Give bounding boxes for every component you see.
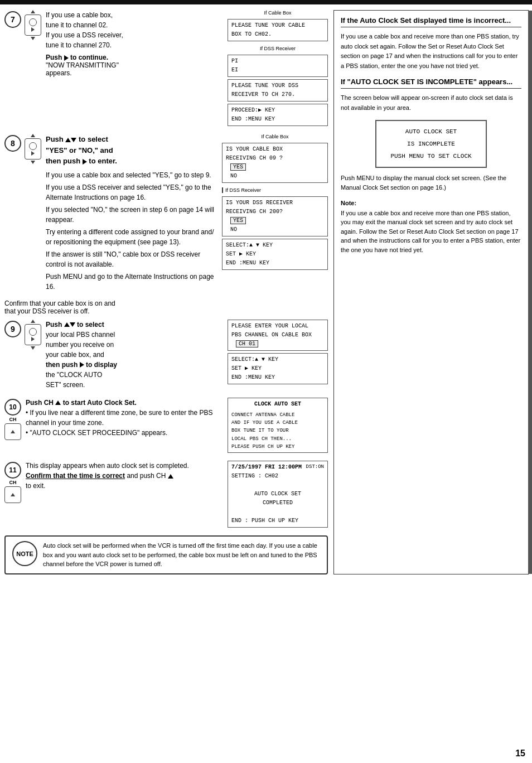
step10-b1: If you live near a different time zone, … <box>26 409 213 427</box>
step-10-row: 10 CH Push CH to start Auto Clock Set. •… <box>4 398 328 453</box>
step9-end: END :MENU KEY <box>231 374 275 380</box>
step9-your-cable: your cable box, and <box>46 351 104 359</box>
step8-end: END :MENU KEY <box>226 260 269 266</box>
step7-dss-ei: EI <box>231 67 238 73</box>
step-9-remote <box>25 320 41 350</box>
remote-body-10 <box>4 423 21 440</box>
right-note: Note: If you use a cable box and receive… <box>341 200 521 255</box>
step8-dss-screen: IS YOUR DSS RECEIVER RECEIVING CH 200? Y… <box>222 196 328 236</box>
step-8-screens: If Cable Box IS YOUR CABLE BOX RECEIVING… <box>222 134 328 292</box>
step10-l1: CONNECT ANTENNA CABLE <box>231 412 294 418</box>
step7-dss-l2: RECEIVER TO CH 270. <box>231 91 295 98</box>
arrow-down-icon-8 <box>31 161 35 164</box>
step10-bullet1: • If you live near a different time zone… <box>26 409 213 427</box>
step8-dss-body: IS YOUR DSS RECEIVER RECEIVING CH 200? Y… <box>223 197 327 236</box>
step7-line1: If you use a cable box, <box>46 11 113 19</box>
arrow-up-icon-8 <box>31 134 35 137</box>
step11-auto-clock: AUTO CLOCK SET COMPLETED <box>231 490 324 508</box>
step-8-content: Push to select "YES" or "NO," and then p… <box>46 134 217 292</box>
step9-then-push: then push to display <box>46 361 117 369</box>
right-note-label: Note: <box>341 200 521 206</box>
step11-screen: 7/25/1997 FRI 12:00PM DST:ON SETTING : C… <box>228 461 328 528</box>
step8-main-text: Push to select "YES" or "NO," and then p… <box>46 134 217 167</box>
step10-icon: 10 CH <box>4 398 21 440</box>
step7-line2: tune it to channel 02. <box>46 21 108 29</box>
step-7-content: If you use a cable box, tune it to chann… <box>46 10 223 126</box>
step9-keys-screen: SELECT:▲ ▼ KEY SET ▶ KEY END :MENU KEY <box>228 353 328 384</box>
remote-body-9 <box>25 324 41 345</box>
confirm-text-9: Confirm that your cable box is on and th… <box>4 300 328 315</box>
step11-dst: DST:ON <box>306 463 324 471</box>
step10-ch: CH <box>9 417 17 422</box>
step8-keys-screen: SELECT:▲ ▼ KEY SET ▶ KEY END :MENU KEY <box>222 239 328 270</box>
ch-up-icon-11 <box>168 474 173 479</box>
step7-dss-screen1: PI EI <box>228 55 328 77</box>
step8-dss-no: NO <box>230 226 237 233</box>
step-11-content: This display appears when auto clock set… <box>26 461 223 528</box>
step9-keys-body: SELECT:▲ ▼ KEY SET ▶ KEY END :MENU KEY <box>228 354 327 384</box>
step-7-text: If you use a cable box, tune it to chann… <box>46 10 223 50</box>
right-icon-9 <box>80 362 84 368</box>
step11-to-exit: to exit. <box>26 482 45 490</box>
step-10-left: 10 CH <box>4 398 21 453</box>
incomplete-l3: PUSH MENU TO SET CLOCK <box>381 150 481 162</box>
remote-circle-8 <box>29 142 37 150</box>
step-9-circle: 9 <box>4 321 21 337</box>
step10-l3: BOX TUNE IT TO YOUR <box>231 428 289 433</box>
right-section1-body: If you use a cable box and receive more … <box>341 32 521 71</box>
step8-details: If you use a cable box and selected "YES… <box>46 170 217 292</box>
down-icon-9 <box>70 322 75 327</box>
step9-ch-display: CH 01 <box>236 340 258 347</box>
step11-push-ch: and push CH <box>127 472 173 480</box>
step-9-screens: PLEASE ENTER YOUR LOCAL PBS CHANNEL ON C… <box>228 320 328 390</box>
step9-l2: PBS CHANNEL ON CABLE BOX <box>231 332 312 338</box>
step7-cable-l1: PLEASE TUNE YOUR CABLE <box>231 22 305 28</box>
step8-dss-yes: If you use a DSS receiver and selected "… <box>46 182 217 202</box>
step-9-content: Push to select your local PBS channel nu… <box>46 320 223 390</box>
main-content: 7 If you use a cable box, tune it to cha… <box>0 4 532 580</box>
arrow-up-icon <box>31 10 35 13</box>
step8-keys-body: SELECT:▲ ▼ KEY SET ▶ KEY END :MENU KEY <box>223 239 327 269</box>
step7-cable-body: PLEASE TUNE YOUR CABLE BOX TO CH02. <box>228 20 327 41</box>
step-9-row: 9 Push to select your local PBS channel … <box>4 320 328 390</box>
note-text: Auto clock set will be performed when th… <box>43 541 320 569</box>
step-11-screens: 7/25/1997 FRI 12:00PM DST:ON SETTING : C… <box>228 461 328 528</box>
step9-clock-auto: the "CLOCK AUTO <box>46 371 102 379</box>
step7-push-label: Push to continue. <box>46 54 108 61</box>
step7-line4: tune it to channel 270. <box>46 41 112 49</box>
step8-dss-l2: RECEIVING CH 200? <box>226 209 283 215</box>
remote-arrow-right-8 <box>31 151 35 156</box>
step11-ch: CH <box>9 480 17 485</box>
arrow-down-icon-9 <box>31 346 35 350</box>
step-8-left: 8 <box>4 134 41 292</box>
remote-body-11 <box>4 486 21 503</box>
remote-arrow-right-9 <box>31 337 35 341</box>
step8-cable-screen: IS YOUR CABLE BOX RECEIVING CH 09 ? YES … <box>222 143 328 183</box>
step-11-circle: 11 <box>4 462 21 479</box>
step8-cable-label: If Cable Box <box>222 134 328 139</box>
step8-cable-body: IS YOUR CABLE BOX RECEIVING CH 09 ? YES … <box>223 143 327 182</box>
step-9-left: 9 <box>4 320 41 390</box>
step9-screen: PLEASE ENTER YOUR LOCAL PBS CHANNEL ON C… <box>228 320 328 351</box>
step8-cable-l2: RECEIVING CH 09 ? <box>226 155 283 161</box>
step8-set: SET ▶ KEY <box>226 251 256 257</box>
step-11-text: This display appears when auto clock set… <box>26 461 223 491</box>
step7-dss-l1: PLEASE TUNE YOUR DSS <box>231 83 298 89</box>
incomplete-l2: IS INCOMPLETE <box>381 138 481 150</box>
step8-cable-l1: IS YOUR CABLE BOX <box>226 146 283 152</box>
ch-up-icon-10 <box>55 400 61 405</box>
step7-proceed: PROCEED:▶ KEY <box>231 107 275 113</box>
step7-cable-screen: PLEASE TUNE YOUR CABLE BOX TO CH02. <box>228 19 328 41</box>
step-7-circle: 7 <box>4 11 21 28</box>
right-note-body: If you use a cable box and receive more … <box>341 209 521 255</box>
step8-try-code: Try entering a different code assigned t… <box>46 227 217 247</box>
step7-dss-screen3: PROCEED:▶ KEY END :MENU KEY <box>228 104 328 126</box>
up-icon-9 <box>64 322 70 327</box>
step9-set: SET ▶ KEY <box>231 365 262 371</box>
step10-body: CLOCK AUTO SET CONNECT ANTENNA CABLE AND… <box>228 398 327 453</box>
remote-body-8 <box>25 138 41 160</box>
step9-l1: PLEASE ENTER YOUR LOCAL <box>231 323 308 329</box>
step7-cable-label: If Cable Box <box>228 10 328 16</box>
step11-end: END : PUSH CH UP KEY <box>231 518 298 524</box>
bottom-note: NOTE Auto clock set will be performed wh… <box>4 535 328 574</box>
